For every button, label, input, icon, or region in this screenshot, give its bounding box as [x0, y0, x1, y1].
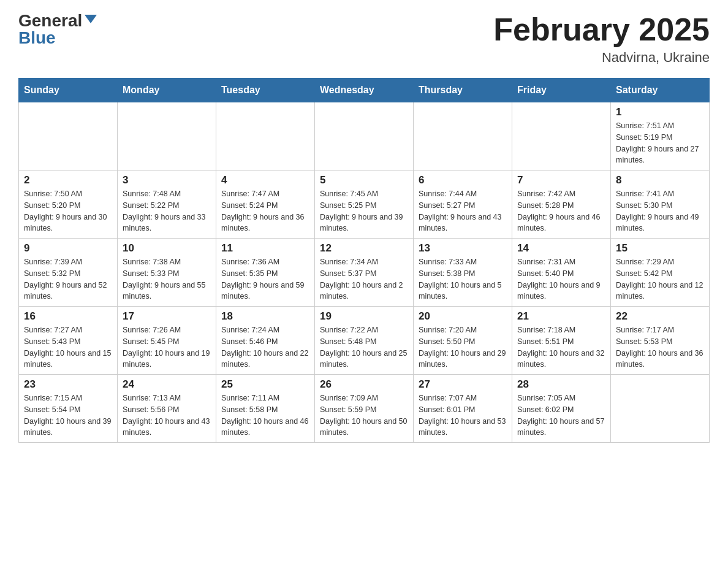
- day-number: 16: [24, 310, 112, 323]
- day-number: 2: [24, 174, 112, 186]
- calendar-cell: 25Sunrise: 7:11 AM Sunset: 5:58 PM Dayli…: [216, 375, 315, 443]
- day-info: Sunrise: 7:22 AM Sunset: 5:48 PM Dayligh…: [320, 324, 408, 370]
- day-info: Sunrise: 7:48 AM Sunset: 5:22 PM Dayligh…: [123, 188, 211, 234]
- calendar-cell: [611, 375, 710, 443]
- calendar-header-day: Wednesday: [315, 79, 414, 102]
- day-number: 27: [419, 378, 507, 391]
- calendar-header-day: Thursday: [414, 79, 512, 102]
- day-info: Sunrise: 7:11 AM Sunset: 5:58 PM Dayligh…: [221, 393, 309, 439]
- calendar-cell: 9Sunrise: 7:39 AM Sunset: 5:32 PM Daylig…: [19, 239, 118, 307]
- calendar-cell: [118, 102, 216, 170]
- day-info: Sunrise: 7:47 AM Sunset: 5:24 PM Dayligh…: [221, 188, 309, 234]
- calendar-cell: 19Sunrise: 7:22 AM Sunset: 5:48 PM Dayli…: [315, 307, 414, 375]
- day-info: Sunrise: 7:31 AM Sunset: 5:40 PM Dayligh…: [517, 256, 605, 302]
- calendar-cell: 2Sunrise: 7:50 AM Sunset: 5:20 PM Daylig…: [19, 170, 118, 239]
- day-info: Sunrise: 7:27 AM Sunset: 5:43 PM Dayligh…: [24, 324, 112, 370]
- calendar-cell: 3Sunrise: 7:48 AM Sunset: 5:22 PM Daylig…: [118, 170, 216, 239]
- calendar-cell: [216, 102, 315, 170]
- calendar-cell: 11Sunrise: 7:36 AM Sunset: 5:35 PM Dayli…: [216, 239, 315, 307]
- calendar-cell: 10Sunrise: 7:38 AM Sunset: 5:33 PM Dayli…: [118, 239, 216, 307]
- day-info: Sunrise: 7:29 AM Sunset: 5:42 PM Dayligh…: [616, 256, 704, 302]
- day-number: 17: [123, 310, 211, 323]
- calendar-header-day: Friday: [512, 79, 611, 102]
- day-info: Sunrise: 7:20 AM Sunset: 5:50 PM Dayligh…: [419, 324, 507, 370]
- calendar-cell: 26Sunrise: 7:09 AM Sunset: 5:59 PM Dayli…: [315, 375, 414, 443]
- day-number: 18: [221, 310, 309, 323]
- logo: General Blue: [18, 12, 97, 47]
- day-number: 4: [221, 174, 309, 186]
- day-number: 20: [419, 310, 507, 323]
- day-info: Sunrise: 7:05 AM Sunset: 6:02 PM Dayligh…: [517, 393, 605, 439]
- day-info: Sunrise: 7:36 AM Sunset: 5:35 PM Dayligh…: [221, 256, 309, 302]
- day-info: Sunrise: 7:51 AM Sunset: 5:19 PM Dayligh…: [616, 120, 704, 166]
- calendar-cell: 12Sunrise: 7:34 AM Sunset: 5:37 PM Dayli…: [315, 239, 414, 307]
- calendar-cell: 14Sunrise: 7:31 AM Sunset: 5:40 PM Dayli…: [512, 239, 611, 307]
- day-number: 23: [24, 378, 112, 391]
- day-number: 14: [517, 242, 605, 255]
- day-number: 21: [517, 310, 605, 323]
- day-info: Sunrise: 7:45 AM Sunset: 5:25 PM Dayligh…: [320, 188, 408, 234]
- day-number: 8: [616, 174, 704, 186]
- day-number: 1: [616, 106, 704, 118]
- day-number: 13: [419, 242, 507, 255]
- calendar-cell: [19, 102, 118, 170]
- day-number: 22: [616, 310, 704, 323]
- calendar-header-day: Saturday: [611, 79, 710, 102]
- day-number: 25: [221, 378, 309, 391]
- logo-triangle-icon: [85, 15, 97, 23]
- page-header: General Blue February 2025 Nadvirna, Ukr…: [18, 12, 710, 66]
- location-text: Nadvirna, Ukraine: [493, 50, 710, 66]
- day-number: 6: [419, 174, 507, 186]
- calendar-header-day: Tuesday: [216, 79, 315, 102]
- day-info: Sunrise: 7:33 AM Sunset: 5:38 PM Dayligh…: [419, 256, 507, 302]
- calendar-cell: 7Sunrise: 7:42 AM Sunset: 5:28 PM Daylig…: [512, 170, 611, 239]
- day-number: 19: [320, 310, 408, 323]
- day-number: 11: [221, 242, 309, 255]
- day-info: Sunrise: 7:18 AM Sunset: 5:51 PM Dayligh…: [517, 324, 605, 370]
- day-info: Sunrise: 7:24 AM Sunset: 5:46 PM Dayligh…: [221, 324, 309, 370]
- day-info: Sunrise: 7:34 AM Sunset: 5:37 PM Dayligh…: [320, 256, 408, 302]
- title-block: February 2025 Nadvirna, Ukraine: [493, 12, 710, 66]
- calendar-cell: 16Sunrise: 7:27 AM Sunset: 5:43 PM Dayli…: [19, 307, 118, 375]
- week-row: 16Sunrise: 7:27 AM Sunset: 5:43 PM Dayli…: [19, 307, 710, 375]
- day-info: Sunrise: 7:42 AM Sunset: 5:28 PM Dayligh…: [517, 188, 605, 234]
- logo-general-text: General: [18, 12, 82, 29]
- calendar-header-day: Sunday: [19, 79, 118, 102]
- day-number: 7: [517, 174, 605, 186]
- calendar-cell: 8Sunrise: 7:41 AM Sunset: 5:30 PM Daylig…: [611, 170, 710, 239]
- day-number: 15: [616, 242, 704, 255]
- day-number: 12: [320, 242, 408, 255]
- calendar-header-day: Monday: [118, 79, 216, 102]
- day-info: Sunrise: 7:44 AM Sunset: 5:27 PM Dayligh…: [419, 188, 507, 234]
- day-number: 26: [320, 378, 408, 391]
- calendar-cell: 17Sunrise: 7:26 AM Sunset: 5:45 PM Dayli…: [118, 307, 216, 375]
- day-number: 9: [24, 242, 112, 255]
- calendar-cell: [315, 102, 414, 170]
- calendar-cell: [414, 102, 512, 170]
- calendar-cell: [512, 102, 611, 170]
- calendar-cell: 6Sunrise: 7:44 AM Sunset: 5:27 PM Daylig…: [414, 170, 512, 239]
- day-info: Sunrise: 7:50 AM Sunset: 5:20 PM Dayligh…: [24, 188, 112, 234]
- day-number: 5: [320, 174, 408, 186]
- day-info: Sunrise: 7:15 AM Sunset: 5:54 PM Dayligh…: [24, 393, 112, 439]
- day-number: 3: [123, 174, 211, 186]
- day-info: Sunrise: 7:09 AM Sunset: 5:59 PM Dayligh…: [320, 393, 408, 439]
- calendar-table: SundayMondayTuesdayWednesdayThursdayFrid…: [18, 78, 710, 443]
- month-title: February 2025: [493, 12, 710, 47]
- day-info: Sunrise: 7:07 AM Sunset: 6:01 PM Dayligh…: [419, 393, 507, 439]
- calendar-cell: 23Sunrise: 7:15 AM Sunset: 5:54 PM Dayli…: [19, 375, 118, 443]
- day-info: Sunrise: 7:41 AM Sunset: 5:30 PM Dayligh…: [616, 188, 704, 234]
- calendar-cell: 5Sunrise: 7:45 AM Sunset: 5:25 PM Daylig…: [315, 170, 414, 239]
- calendar-cell: 27Sunrise: 7:07 AM Sunset: 6:01 PM Dayli…: [414, 375, 512, 443]
- calendar-cell: 18Sunrise: 7:24 AM Sunset: 5:46 PM Dayli…: [216, 307, 315, 375]
- day-info: Sunrise: 7:17 AM Sunset: 5:53 PM Dayligh…: [616, 324, 704, 370]
- calendar-cell: 15Sunrise: 7:29 AM Sunset: 5:42 PM Dayli…: [611, 239, 710, 307]
- week-row: 1Sunrise: 7:51 AM Sunset: 5:19 PM Daylig…: [19, 102, 710, 170]
- calendar-cell: 20Sunrise: 7:20 AM Sunset: 5:50 PM Dayli…: [414, 307, 512, 375]
- calendar-cell: 13Sunrise: 7:33 AM Sunset: 5:38 PM Dayli…: [414, 239, 512, 307]
- calendar-cell: 21Sunrise: 7:18 AM Sunset: 5:51 PM Dayli…: [512, 307, 611, 375]
- week-row: 2Sunrise: 7:50 AM Sunset: 5:20 PM Daylig…: [19, 170, 710, 239]
- day-number: 24: [123, 378, 211, 391]
- day-info: Sunrise: 7:38 AM Sunset: 5:33 PM Dayligh…: [123, 256, 211, 302]
- week-row: 23Sunrise: 7:15 AM Sunset: 5:54 PM Dayli…: [19, 375, 710, 443]
